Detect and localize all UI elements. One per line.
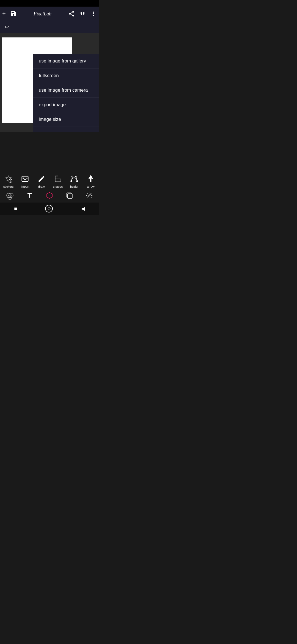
layers-button[interactable] xyxy=(64,190,74,200)
menu-item-export[interactable]: export image xyxy=(33,98,99,112)
import-icon xyxy=(20,174,30,184)
draw-button[interactable]: draw xyxy=(37,174,46,188)
menu-item-fullscreen[interactable]: fullscreen xyxy=(33,69,99,83)
svg-marker-19 xyxy=(47,192,52,198)
blend-button[interactable] xyxy=(5,190,15,200)
save-button[interactable] xyxy=(10,10,17,17)
bezier-label: bezier xyxy=(70,185,78,188)
blend-icon xyxy=(5,190,15,200)
bezier-button[interactable]: bezier xyxy=(69,174,79,188)
svg-rect-21 xyxy=(68,194,72,198)
dropdown-menu: use image from gallery fullscreen use im… xyxy=(33,54,99,132)
svg-rect-15 xyxy=(90,179,92,182)
bottom-toolbar: + stickers import draw xyxy=(0,171,99,203)
bottom-row2 xyxy=(0,189,99,203)
quote-button[interactable] xyxy=(79,10,86,17)
bezier-icon xyxy=(69,174,79,184)
svg-rect-7 xyxy=(55,179,58,182)
stickers-label: stickers xyxy=(3,185,13,188)
status-bar xyxy=(0,0,99,7)
stickers-icon: + xyxy=(4,174,13,184)
arrow-label: arrow xyxy=(87,185,95,188)
canvas-area: use image from gallery fullscreen use im… xyxy=(0,33,99,132)
hex-button[interactable] xyxy=(45,190,54,200)
shapes-icon xyxy=(53,174,63,184)
nav-back-button[interactable]: ◀ xyxy=(81,206,85,212)
svg-point-12 xyxy=(72,176,73,178)
svg-line-29 xyxy=(87,197,87,198)
svg-rect-6 xyxy=(58,179,61,182)
menu-item-camera[interactable]: use image from camera xyxy=(33,83,99,98)
nav-bar: ■ ○ ◀ xyxy=(0,203,99,215)
bottom-row1: + stickers import draw xyxy=(0,171,99,189)
menu-item-contact[interactable]: contact us/report bug xyxy=(33,127,99,132)
magic-button[interactable] xyxy=(84,190,94,200)
nav-home-button[interactable]: ○ xyxy=(45,205,53,212)
arrow-button[interactable]: arrow xyxy=(86,174,96,188)
hex-icon xyxy=(45,190,54,200)
undo-button[interactable]: ↩ xyxy=(4,24,9,30)
share-button[interactable] xyxy=(68,10,75,17)
text-icon xyxy=(25,190,35,200)
import-button[interactable]: import xyxy=(20,174,30,188)
more-button[interactable] xyxy=(90,10,97,17)
svg-text:+: + xyxy=(10,179,11,182)
top-toolbar: + PixelLab xyxy=(0,7,99,21)
magic-icon xyxy=(84,190,94,200)
layers-icon xyxy=(64,190,74,200)
menu-item-gallery[interactable]: use image from gallery xyxy=(33,54,99,69)
text-button[interactable] xyxy=(25,190,35,200)
svg-line-30 xyxy=(91,193,91,194)
svg-point-13 xyxy=(76,176,77,178)
svg-rect-5 xyxy=(55,176,58,179)
app-logo: PixelLab xyxy=(34,11,51,17)
svg-line-27 xyxy=(87,193,87,194)
arrow-icon xyxy=(86,174,96,184)
svg-rect-3 xyxy=(22,176,28,182)
add-button[interactable]: + xyxy=(2,10,6,17)
draw-label: draw xyxy=(38,185,45,188)
stickers-button[interactable]: + stickers xyxy=(3,174,13,188)
nav-square-button[interactable]: ■ xyxy=(14,206,17,212)
shapes-button[interactable]: shapes xyxy=(53,174,63,188)
svg-marker-14 xyxy=(89,176,93,179)
menu-item-imagesize[interactable]: image size xyxy=(33,112,99,127)
shapes-label: shapes xyxy=(53,185,63,188)
import-label: import xyxy=(21,185,29,188)
toolbar2: ↩ xyxy=(0,21,99,33)
draw-icon xyxy=(37,174,46,184)
svg-point-4 xyxy=(23,178,24,179)
svg-line-28 xyxy=(91,197,91,198)
